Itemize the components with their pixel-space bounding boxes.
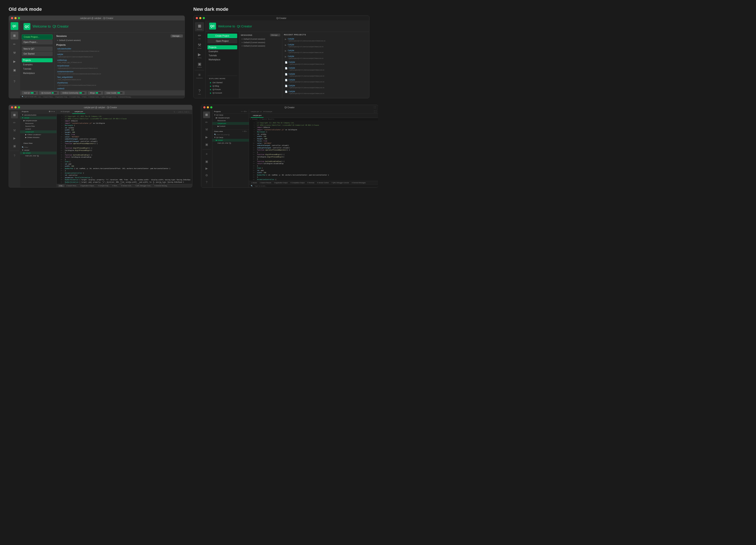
new-btab-5[interactable]: 5 Terminal [306,182,315,184]
old-editor-maximize[interactable] [18,106,20,108]
old-status-5[interactable]: 5 Term... [82,96,88,98]
recent-proj-2[interactable]: ▶ Calcjlat ~/QtExamples/Qt-6.5.1/demos/c… [284,43,368,48]
old-tree-source-files[interactable]: Source Files [20,125,56,128]
old-sidebar-help-icon[interactable]: ? [11,78,18,85]
new-class-calcjlat[interactable]: ▶ calcjlat [212,139,249,142]
new-class-main[interactable]: main (int, char *[]) [212,142,249,144]
old-btab-7[interactable]: 7 QML Debugger Cons... [134,185,153,187]
old-nav-projects[interactable]: Projects [22,58,53,62]
new-editor-maximize[interactable] [210,106,212,108]
new-btab-8[interactable]: 8 General Messages [351,182,367,184]
new-tab-calcjlat[interactable]: calcjlat.qml [251,114,264,118]
old-online-community-btn[interactable]: Online Community [60,91,87,95]
old-tree-resources[interactable]: Resources [20,122,56,125]
old-session-item-0[interactable]: Default (Current session) [56,39,183,42]
old-editor-close[interactable] [11,106,13,108]
old-proj-2[interactable]: calcjlat ~/QtExamples/Qt-6.5.1/demos/cal… [56,53,183,58]
old-nav-tutorials[interactable]: Tutorials [22,67,53,71]
new-ed-gear-icon[interactable]: ⚙ [203,172,210,179]
new-class-qt[interactable]: ▼ Qt Calcjs [212,136,249,139]
new-sidebar-help[interactable]: ? Help [195,87,204,96]
old-tree-calcjlatexample[interactable]: ▶ calcjlatexample [20,119,56,122]
old-status-6[interactable]: 6 Version Cont... [89,96,100,98]
new-ed-ext-icon[interactable]: ≡ [203,150,210,157]
new-tree-qt-calcjs[interactable]: ▼ Qt Calcjs [212,114,249,116]
old-sidebar-edit-icon[interactable]: ✏ [11,40,18,48]
old-tab-calcjlat[interactable]: calcjlat.qml [72,110,85,114]
recent-proj-10[interactable]: 📄 Calcjlat ~/QtExamples/Qt-6.5.1/demos/c… [284,90,368,95]
old-proj-8[interactable]: untitled2 ~/untitled2/CMakeLists.txt [56,87,183,90]
old-btab-6[interactable]: 6 Version Cont... [120,185,133,187]
old-qt-account-btn[interactable]: Qt Account [39,91,59,95]
new-open-project-btn[interactable]: Open Project [207,39,237,43]
new-btab-2[interactable]: 2 Search Results [259,182,272,184]
old-user-guide-btn[interactable]: User Guide [104,91,125,95]
recent-proj-5[interactable]: 📄 Calcjlat ~/QtExamples/Qt-6.5.1/demos/c… [284,60,368,66]
new-minimize-dot[interactable] [199,17,201,19]
new-session-2[interactable]: Default (Current session) [241,44,280,48]
old-proj-4[interactable]: recipebrowser ~/QtExamples/Qt-6.5.1/demo… [56,64,183,70]
new-ed-help-icon[interactable]: ? [203,179,210,186]
old-tree-calculatorbuilder[interactable]: ▼ calculatorbuilder [20,114,56,116]
new-btab-1[interactable]: 1 Issues [250,182,258,184]
old-ed-proj-icon[interactable]: ▣ [11,143,18,149]
recent-proj-6[interactable]: 📄 Calcjlat ~/QtExamples/Qt-6.5.1/demos/c… [284,66,368,72]
old-class-calcjlat[interactable]: ▶ calcjlat [20,152,56,154]
old-btab-1[interactable]: 1 iss... [58,185,64,187]
recent-proj-3[interactable]: ▶ Calcjlat ~/QtExamples/Qt-6.5.1/demos/c… [284,49,368,54]
old-code-content[interactable]: // Copyright (C) 2023 The Qt Company Ltd… [63,114,192,184]
old-tree-content[interactable]: content [20,128,56,130]
new-nav-marketplace[interactable]: Marketplace [207,58,237,62]
old-get-qt-btn[interactable]: Get Qt [22,91,38,95]
old-btab-4[interactable]: 4 Compile Outp... [97,185,111,187]
new-nav-examples[interactable]: Examples [207,49,237,53]
new-btab-7[interactable]: 7 QML Debugger Console [330,182,350,184]
new-editor-minimize[interactable] [207,106,209,108]
old-get-started-btn[interactable]: Get Started [22,52,53,56]
new-sidebar-debug[interactable]: ▶ Debug [195,51,204,60]
old-tree-calcjlat[interactable]: ▼ calcjlat [20,116,56,119]
old-class-main[interactable]: main (int, char *[]) [20,154,56,157]
old-proj-5[interactable]: containerextension ~/QtExamples/Qt-6.5.1… [56,70,183,75]
old-btab-3[interactable]: 3 Application Output... [79,185,96,187]
new-sidebar-edit[interactable]: ✏ Edit [195,32,204,41]
new-ed-design-icon[interactable]: ⚒ [203,126,210,133]
new-nav-projects[interactable]: Projects [207,45,237,49]
new-sidebar-welcome[interactable]: ⊞ Welcome [195,22,204,31]
old-btab-8[interactable]: 8 General Messag... [154,185,169,187]
old-status-2[interactable]: 2 Search Resu... [43,96,54,98]
new-tree-calcjlat[interactable]: ▶ Calcjlatexample [212,116,249,119]
close-dot[interactable] [11,17,13,19]
new-ed-edit-icon[interactable]: ✏ [203,119,210,126]
new-btab-3[interactable]: 3 Application Output [273,182,289,184]
new-sidebar-extensions[interactable]: ≡ Extensions [195,71,204,80]
old-tree-cmake-modules[interactable]: ▶ CMake Modules [20,136,56,139]
new-session-0[interactable]: Default (Current session) [241,37,280,41]
old-status-8[interactable]: 8 General Messag... [118,96,132,98]
new-ed-welcome-icon[interactable]: ⊞ [203,111,210,118]
recent-proj-8[interactable]: 📄 Calcjlat ~/QtExamples/Qt-6.5.1/demos/c… [284,78,368,83]
old-manage-btn[interactable]: Manage... [171,34,183,38]
new-btab-4[interactable]: 4 Compilation Output [289,182,306,184]
new-session-1[interactable]: Default (Current session) [241,41,280,44]
new-code-content[interactable]: // Copyright (C) 2023 The Qt Company Ltd… [256,121,378,181]
new-close-dot[interactable] [196,17,198,19]
old-ed-design-icon[interactable]: ⚒ [11,127,18,134]
maximize-dot[interactable] [18,17,20,19]
old-ed-welcome-icon[interactable]: ⊞ [11,111,18,118]
old-open-project-btn[interactable]: Open Project... [22,40,53,44]
old-tab-example[interactable]: ## Example [58,110,72,114]
explore-qt-blog[interactable]: Qt Blog [209,84,235,88]
new-ed-proj-bottom-icon[interactable]: ▣ [203,158,210,165]
new-tree-resources[interactable]: Resources [212,119,249,122]
new-tree-content[interactable]: ▶ Content [212,125,249,128]
old-nav-marketplace[interactable]: Marketplace [22,71,53,75]
old-proj-7[interactable]: chartthemes ~/QtExamples/Qt-6.5.1/charts… [56,81,183,87]
old-sidebar-debug-icon[interactable]: ▶ [11,58,18,65]
recent-proj-7[interactable]: 📄 Calcjlat ~/QtExamples/Qt-6.5.1/demos/c… [284,72,368,78]
old-ed-debug-icon[interactable]: ▶ [11,135,18,142]
new-ed-proj-icon[interactable]: ▣ [203,141,210,148]
old-status-4[interactable]: 4 Compile Outp... [69,96,81,98]
explore-get-started[interactable]: Get Started [209,81,235,84]
old-tree-other-locations[interactable]: ▶ <Other Locations> [20,133,56,136]
